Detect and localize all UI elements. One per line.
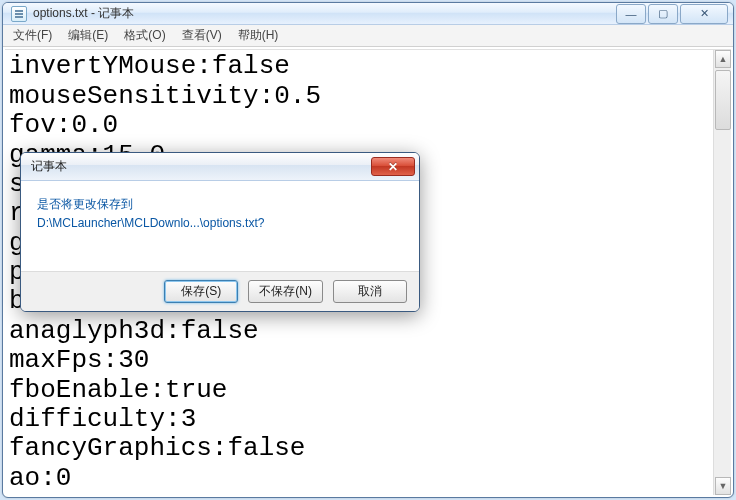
maximize-button[interactable]: ▢ [648, 4, 678, 24]
dialog-message: 是否将更改保存到 D:\MCLauncher\MCLDownlo...\opti… [21, 181, 419, 271]
scroll-up-button[interactable]: ▲ [715, 50, 731, 68]
dialog-titlebar[interactable]: 记事本 ✕ [21, 153, 419, 181]
vertical-scrollbar[interactable]: ▲ ▼ [713, 50, 731, 495]
scroll-thumb[interactable] [715, 70, 731, 130]
dialog-footer: 保存(S) 不保存(N) 取消 [21, 271, 419, 311]
cancel-button[interactable]: 取消 [333, 280, 407, 303]
dialog-title: 记事本 [31, 158, 371, 175]
menubar: 文件(F) 编辑(E) 格式(O) 查看(V) 帮助(H) [3, 25, 733, 47]
window-controls: — ▢ ✕ [616, 4, 728, 24]
save-button[interactable]: 保存(S) [164, 280, 238, 303]
save-confirm-dialog: 记事本 ✕ 是否将更改保存到 D:\MCLauncher\MCLDownlo..… [20, 152, 420, 312]
scroll-down-button[interactable]: ▼ [715, 477, 731, 495]
menu-help[interactable]: 帮助(H) [230, 25, 287, 46]
dont-save-button[interactable]: 不保存(N) [248, 280, 323, 303]
dialog-message-line1: 是否将更改保存到 [37, 195, 403, 214]
minimize-button[interactable]: — [616, 4, 646, 24]
notepad-icon [11, 6, 27, 22]
dialog-close-button[interactable]: ✕ [371, 157, 415, 176]
titlebar[interactable]: options.txt - 记事本 — ▢ ✕ [3, 3, 733, 25]
menu-view[interactable]: 查看(V) [174, 25, 230, 46]
dialog-message-line2: D:\MCLauncher\MCLDownlo...\options.txt? [37, 214, 403, 233]
menu-edit[interactable]: 编辑(E) [60, 25, 116, 46]
window-title: options.txt - 记事本 [33, 5, 616, 22]
close-button[interactable]: ✕ [680, 4, 728, 24]
menu-format[interactable]: 格式(O) [116, 25, 173, 46]
menu-file[interactable]: 文件(F) [5, 25, 60, 46]
